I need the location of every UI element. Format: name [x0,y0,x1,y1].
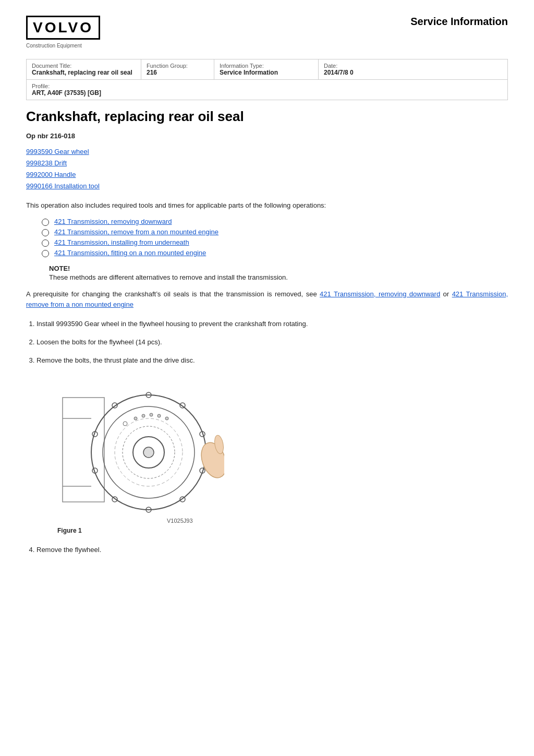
operations-list: 421 Transmission, removing downward 421 … [42,218,508,257]
prerequisite-link-1[interactable]: 421 Transmission, removing downward [320,290,440,298]
intro-text: This operation also includes required to… [26,200,508,211]
info-type-value: Service Information [220,69,313,76]
operation-link-2[interactable]: 421 Transmission, remove from a non moun… [54,228,219,236]
prerequisite-or: or [443,290,452,298]
step-2: Loosen the bolts for the flywheel (14 pc… [37,337,508,348]
svg-point-14 [143,447,154,458]
page-header: VOLVO Construction Equipment Service Inf… [26,16,508,49]
operation-item-3: 421 Transmission, installing from undern… [42,238,508,247]
page-title: Crankshaft, replacing rear oil seal [26,109,508,125]
tool-link-4[interactable]: 9990166 Installation tool [26,181,508,192]
step-1: Install 9993590 Gear wheel in the flywhe… [37,319,508,330]
svg-point-24 [157,414,161,417]
operation-link-4[interactable]: 421 Transmission, fitting on a non mount… [54,249,206,257]
prerequisite-text-start: A prerequisite for changing the cranksha… [26,290,317,298]
svg-point-20 [123,422,127,426]
operation-item-4: 421 Transmission, fitting on a non mount… [42,249,508,257]
note-label: NOTE! [49,265,508,272]
figure-image [57,377,224,523]
steps-list-continued: Remove the flywheel. [37,545,508,556]
step-4: Remove the flywheel. [37,545,508,556]
note-text: These methods are different alternatives… [49,272,508,283]
operation-item-1: 421 Transmission, removing downward [42,218,508,226]
bullet-2 [42,229,49,236]
doc-title-label: Document Title: [32,63,136,69]
bullet-3 [42,239,49,247]
volvo-logo: VOLVO [26,16,100,40]
function-group-value: 216 [147,69,209,76]
figure-area: V1025J93 Figure 1 [26,377,508,534]
figure-caption: Figure 1 [57,527,508,534]
svg-point-22 [142,414,145,417]
operation-item-2: 421 Transmission, remove from a non moun… [42,228,508,236]
bullet-1 [42,219,49,226]
doc-title-value: Crankshaft, replacing rear oil seal [32,69,136,76]
logo-area: VOLVO Construction Equipment [26,16,100,49]
tool-link-1[interactable]: 9993590 Gear wheel [26,146,508,158]
op-number: Op nbr 216-018 [26,132,508,140]
bullet-4 [42,250,49,257]
construction-equipment-label: Construction Equipment [26,43,100,49]
tools-list: 9993590 Gear wheel 9998238 Drift 9992000… [26,146,508,192]
tool-link-3[interactable]: 9992000 Handle [26,169,508,181]
doc-info-table: Document Title: Crankshaft, replacing re… [26,59,508,100]
tool-link-2[interactable]: 9998238 Drift [26,158,508,169]
step-3: Remove the bolts, the thrust plate and t… [37,355,508,366]
steps-list: Install 9993590 Gear wheel in the flywhe… [37,319,508,366]
operation-link-3[interactable]: 421 Transmission, installing from undern… [54,238,189,246]
flywheel-diagram [57,377,224,523]
service-information-title: Service Information [410,16,508,28]
profile-value: ART, A40F (37535) [GB] [32,89,502,97]
operation-link-1[interactable]: 421 Transmission, removing downward [54,218,172,225]
prerequisite-paragraph: A prerequisite for changing the cranksha… [26,289,508,311]
date-value: 2014/7/8 0 [324,69,502,76]
svg-point-25 [165,417,168,420]
date-label: Date: [324,63,502,69]
svg-point-23 [150,413,153,416]
note-block: NOTE! These methods are different altern… [49,265,508,283]
info-type-label: Information Type: [220,63,313,69]
svg-point-21 [134,417,137,420]
function-group-label: Function Group: [147,63,209,69]
profile-label: Profile: [32,83,502,89]
